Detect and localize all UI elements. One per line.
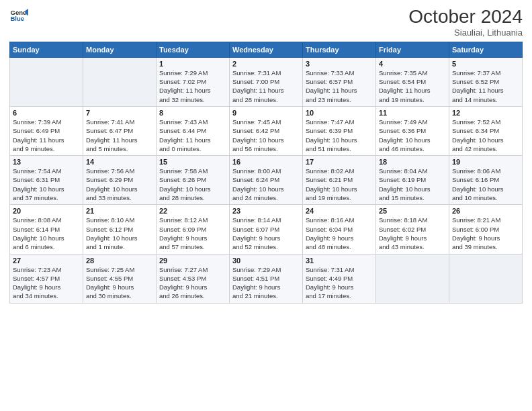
day-info: Sunrise: 7:27 AMSunset: 4:53 PMDaylight:… — [159, 265, 226, 301]
day-info: Sunrise: 7:54 AMSunset: 6:31 PMDaylight:… — [13, 167, 80, 202]
day-info: Sunrise: 7:31 AMSunset: 7:00 PMDaylight:… — [232, 68, 300, 104]
day-number: 26 — [452, 207, 519, 215]
day-info: Sunrise: 8:21 AMSunset: 6:00 PMDaylight:… — [452, 216, 519, 251]
day-number: 11 — [379, 109, 446, 117]
day-cell: 3Sunrise: 7:33 AMSunset: 6:57 PMDaylight… — [303, 57, 376, 106]
day-cell — [449, 254, 523, 303]
day-info: Sunrise: 7:25 AMSunset: 4:55 PMDaylight:… — [86, 265, 153, 301]
day-cell: 16Sunrise: 8:00 AMSunset: 6:24 PMDayligh… — [230, 156, 303, 205]
day-cell: 17Sunrise: 8:02 AMSunset: 6:21 PMDayligh… — [303, 156, 376, 205]
week-row-4: 20Sunrise: 8:08 AMSunset: 6:14 PMDayligh… — [10, 205, 523, 254]
day-number: 2 — [232, 60, 300, 68]
day-info: Sunrise: 8:16 AMSunset: 6:04 PMDaylight:… — [306, 216, 373, 251]
day-cell: 8Sunrise: 7:43 AMSunset: 6:44 PMDaylight… — [157, 106, 230, 155]
day-info: Sunrise: 7:49 AMSunset: 6:36 PMDaylight:… — [379, 118, 446, 153]
day-number: 16 — [232, 158, 300, 166]
day-number: 21 — [86, 207, 153, 215]
page: General Blue October 2024 Siauliai, Lith… — [0, 0, 532, 411]
day-info: Sunrise: 7:52 AMSunset: 6:34 PMDaylight:… — [452, 118, 519, 153]
day-number: 7 — [86, 109, 153, 117]
day-info: Sunrise: 8:12 AMSunset: 6:09 PMDaylight:… — [159, 216, 226, 251]
week-row-5: 27Sunrise: 7:23 AMSunset: 4:57 PMDayligh… — [10, 254, 523, 303]
day-number: 24 — [306, 207, 373, 215]
day-cell: 1Sunrise: 7:29 AMSunset: 7:02 PMDaylight… — [157, 57, 230, 106]
day-info: Sunrise: 8:10 AMSunset: 6:12 PMDaylight:… — [86, 216, 153, 251]
day-cell: 27Sunrise: 7:23 AMSunset: 4:57 PMDayligh… — [10, 254, 83, 303]
day-info: Sunrise: 8:14 AMSunset: 6:07 PMDaylight:… — [232, 216, 300, 251]
day-number: 29 — [159, 257, 226, 265]
svg-text:Blue: Blue — [10, 15, 24, 22]
day-cell: 5Sunrise: 7:37 AMSunset: 6:52 PMDaylight… — [449, 57, 523, 106]
day-number: 31 — [306, 257, 373, 265]
col-sunday: Sunday — [10, 42, 83, 57]
day-number: 5 — [452, 60, 519, 68]
day-info: Sunrise: 8:08 AMSunset: 6:14 PMDaylight:… — [13, 216, 80, 251]
day-number: 13 — [13, 158, 80, 166]
logo: General Blue — [9, 7, 28, 26]
week-row-1: 1Sunrise: 7:29 AMSunset: 7:02 PMDaylight… — [10, 57, 523, 106]
day-info: Sunrise: 7:58 AMSunset: 6:26 PMDaylight:… — [159, 167, 226, 202]
col-wednesday: Wednesday — [230, 42, 303, 57]
title-block: October 2024 Siauliai, Lithuania — [408, 7, 523, 38]
day-info: Sunrise: 7:29 AMSunset: 4:51 PMDaylight:… — [232, 265, 300, 301]
week-row-3: 13Sunrise: 7:54 AMSunset: 6:31 PMDayligh… — [10, 156, 523, 205]
day-cell: 14Sunrise: 7:56 AMSunset: 6:29 PMDayligh… — [83, 156, 157, 205]
day-cell: 26Sunrise: 8:21 AMSunset: 6:00 PMDayligh… — [449, 205, 523, 254]
header-row: Sunday Monday Tuesday Wednesday Thursday… — [10, 42, 523, 57]
calendar-table: Sunday Monday Tuesday Wednesday Thursday… — [9, 42, 523, 304]
day-info: Sunrise: 7:33 AMSunset: 6:57 PMDaylight:… — [306, 68, 373, 104]
day-cell: 4Sunrise: 7:35 AMSunset: 6:54 PMDaylight… — [376, 57, 449, 106]
day-number: 10 — [306, 109, 373, 117]
day-number: 12 — [452, 109, 519, 117]
day-number: 25 — [379, 207, 446, 215]
day-cell: 28Sunrise: 7:25 AMSunset: 4:55 PMDayligh… — [83, 254, 157, 303]
day-cell — [10, 57, 83, 106]
day-cell: 31Sunrise: 7:31 AMSunset: 4:49 PMDayligh… — [303, 254, 376, 303]
day-cell — [376, 254, 449, 303]
day-info: Sunrise: 8:02 AMSunset: 6:21 PMDaylight:… — [306, 167, 373, 202]
week-row-2: 6Sunrise: 7:39 AMSunset: 6:49 PMDaylight… — [10, 106, 523, 155]
day-cell: 2Sunrise: 7:31 AMSunset: 7:00 PMDaylight… — [230, 57, 303, 106]
header: General Blue October 2024 Siauliai, Lith… — [9, 7, 523, 38]
day-cell: 15Sunrise: 7:58 AMSunset: 6:26 PMDayligh… — [157, 156, 230, 205]
day-cell: 22Sunrise: 8:12 AMSunset: 6:09 PMDayligh… — [157, 205, 230, 254]
day-cell: 19Sunrise: 8:06 AMSunset: 6:16 PMDayligh… — [449, 156, 523, 205]
day-cell: 18Sunrise: 8:04 AMSunset: 6:19 PMDayligh… — [376, 156, 449, 205]
day-number: 15 — [159, 158, 226, 166]
day-info: Sunrise: 7:56 AMSunset: 6:29 PMDaylight:… — [86, 167, 153, 202]
day-info: Sunrise: 7:47 AMSunset: 6:39 PMDaylight:… — [306, 118, 373, 153]
day-number: 23 — [232, 207, 300, 215]
subtitle: Siauliai, Lithuania — [408, 28, 523, 38]
day-cell: 12Sunrise: 7:52 AMSunset: 6:34 PMDayligh… — [449, 106, 523, 155]
day-info: Sunrise: 8:18 AMSunset: 6:02 PMDaylight:… — [379, 216, 446, 251]
day-cell: 20Sunrise: 8:08 AMSunset: 6:14 PMDayligh… — [10, 205, 83, 254]
day-number: 30 — [232, 257, 300, 265]
day-number: 9 — [232, 109, 300, 117]
col-saturday: Saturday — [449, 42, 523, 57]
day-number: 19 — [452, 158, 519, 166]
day-info: Sunrise: 7:41 AMSunset: 6:47 PMDaylight:… — [86, 118, 153, 153]
day-number: 6 — [13, 109, 80, 117]
col-friday: Friday — [376, 42, 449, 57]
day-cell: 6Sunrise: 7:39 AMSunset: 6:49 PMDaylight… — [10, 106, 83, 155]
day-number: 20 — [13, 207, 80, 215]
day-cell: 29Sunrise: 7:27 AMSunset: 4:53 PMDayligh… — [157, 254, 230, 303]
logo-icon: General Blue — [9, 7, 28, 26]
day-info: Sunrise: 7:37 AMSunset: 6:52 PMDaylight:… — [452, 68, 519, 104]
day-number: 8 — [159, 109, 226, 117]
day-number: 1 — [159, 60, 226, 68]
day-info: Sunrise: 7:43 AMSunset: 6:44 PMDaylight:… — [159, 118, 226, 153]
col-tuesday: Tuesday — [157, 42, 230, 57]
col-monday: Monday — [83, 42, 157, 57]
day-number: 18 — [379, 158, 446, 166]
day-info: Sunrise: 7:23 AMSunset: 4:57 PMDaylight:… — [13, 265, 80, 301]
day-cell: 23Sunrise: 8:14 AMSunset: 6:07 PMDayligh… — [230, 205, 303, 254]
day-info: Sunrise: 7:39 AMSunset: 6:49 PMDaylight:… — [13, 118, 80, 153]
day-info: Sunrise: 8:06 AMSunset: 6:16 PMDaylight:… — [452, 167, 519, 202]
day-info: Sunrise: 7:45 AMSunset: 6:42 PMDaylight:… — [232, 118, 300, 153]
day-info: Sunrise: 7:29 AMSunset: 7:02 PMDaylight:… — [159, 68, 226, 104]
main-title: October 2024 — [408, 7, 523, 28]
col-thursday: Thursday — [303, 42, 376, 57]
day-info: Sunrise: 8:04 AMSunset: 6:19 PMDaylight:… — [379, 167, 446, 202]
day-cell: 10Sunrise: 7:47 AMSunset: 6:39 PMDayligh… — [303, 106, 376, 155]
